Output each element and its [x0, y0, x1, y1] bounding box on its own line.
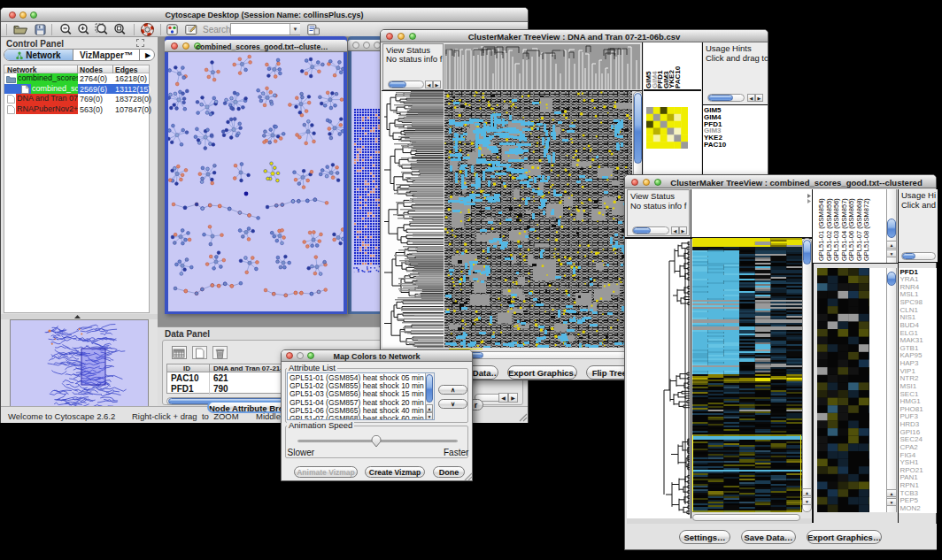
svg-text:GPL51-08 (GSM872): GPL51-08 (GSM872): [862, 198, 870, 261]
svg-text:PAC10: PAC10: [674, 65, 682, 88]
